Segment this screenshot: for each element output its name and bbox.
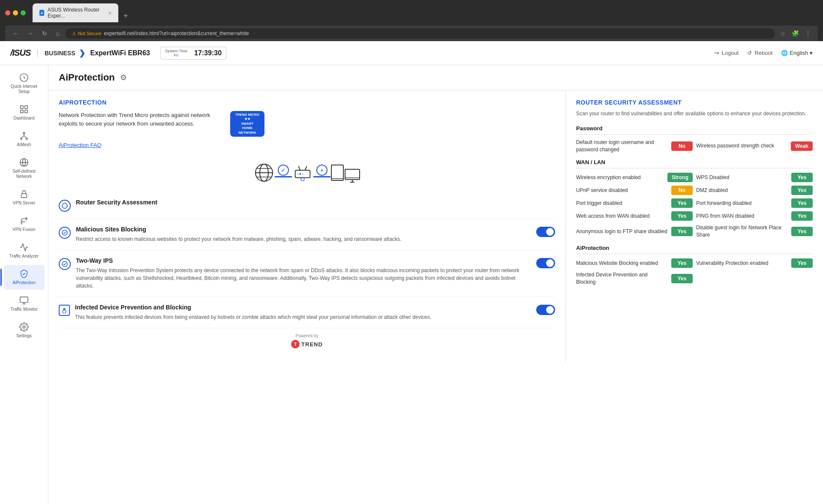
sidebar-item-traffic-monitor[interactable]: Traffic Monitor bbox=[4, 291, 45, 316]
sidebar-item-aiprotection[interactable]: AiProtection bbox=[4, 265, 45, 290]
reboot-button[interactable]: ↺ Reboot bbox=[747, 50, 772, 56]
asus-logo: /ISUS bbox=[10, 48, 30, 58]
sidebar: Quick Internet Setup Dashboard AiMesh Se… bbox=[0, 65, 48, 504]
home-button[interactable]: ⌂ bbox=[53, 28, 62, 39]
app-header: /ISUS | BUSINESS ❯ ExpertWiFi EBR63 Syst… bbox=[0, 41, 823, 65]
back-button[interactable]: ← bbox=[10, 28, 21, 39]
sidebar-item-dashboard[interactable]: Dashboard bbox=[4, 100, 45, 125]
logout-label: Logout bbox=[722, 50, 739, 56]
malicious-sites-title: Malicious Sites Blocking bbox=[76, 226, 531, 233]
menu-icon[interactable]: ⋮ bbox=[803, 28, 813, 39]
sidebar-label-traffic-analyzer: Traffic Analyzer bbox=[9, 254, 39, 259]
protection-diagram: ✓ bbox=[59, 153, 555, 192]
sidebar-item-quick-internet-setup[interactable]: Quick Internet Setup bbox=[4, 69, 45, 99]
diagram-globe bbox=[253, 162, 275, 183]
extensions-icon[interactable]: 🧩 bbox=[790, 28, 801, 39]
bookmark-icon[interactable]: ☆ bbox=[778, 28, 787, 39]
sidebar-item-settings[interactable]: Settings bbox=[4, 318, 45, 343]
two-way-ips-feature-content: Two-Way IPS The Two-Way Intrusion Preven… bbox=[76, 257, 531, 290]
two-way-ips-toggle[interactable] bbox=[536, 258, 555, 268]
sidebar-item-vpn-server[interactable]: VPN Server bbox=[4, 185, 45, 210]
reload-button[interactable]: ↻ bbox=[39, 28, 50, 39]
security-assessment-desc: Scan your router to find vulnerabilities… bbox=[576, 110, 813, 117]
port-trigger-label: Port trigger disabled bbox=[576, 200, 668, 207]
trend-micro-logo-text: TREND MICRO★★SMARTHOMENETWORK bbox=[235, 113, 259, 135]
line-2 bbox=[313, 176, 330, 177]
diagram-connector-1: ✓ bbox=[275, 170, 292, 176]
svg-point-24 bbox=[299, 173, 301, 175]
address-text: expertwifi.net/index.html?url=aiprotecti… bbox=[104, 30, 249, 36]
feature-two-way-ips: Two-Way IPS The Two-Way Intrusion Preven… bbox=[59, 250, 555, 297]
malicious-sites-toggle[interactable] bbox=[536, 227, 555, 237]
svg-point-13 bbox=[23, 326, 25, 328]
guest-login-label: Disable guest login for Network Place Sh… bbox=[696, 224, 788, 239]
feature-router-security: Router Security Assessment bbox=[59, 192, 555, 219]
router-security-feature-content: Router Security Assessment bbox=[76, 199, 555, 208]
sidebar-label-dashboard: Dashboard bbox=[14, 116, 35, 121]
minimize-window-button[interactable] bbox=[13, 10, 18, 15]
aiprotection-row-2: Infected Device Prevention and Blocking … bbox=[576, 271, 813, 286]
page-settings-icon[interactable]: ⚙ bbox=[120, 73, 127, 82]
svg-rect-10 bbox=[20, 297, 28, 303]
reboot-label: Reboot bbox=[754, 50, 772, 56]
malicious-sites-feature-icon bbox=[59, 227, 71, 239]
logout-icon: ↪ bbox=[715, 50, 719, 56]
aimesh-icon bbox=[19, 131, 29, 141]
business-label: BUSINESS bbox=[45, 50, 75, 57]
sidebar-label-traffic-monitor: Traffic Monitor bbox=[10, 307, 37, 312]
logo-area: /ISUS | BUSINESS ❯ ExpertWiFi EBR63 Syst… bbox=[10, 47, 715, 60]
powered-by: Powered by T TREND bbox=[59, 328, 555, 354]
traffic-monitor-icon bbox=[19, 296, 29, 305]
main-content: AiProtection ⚙ AIPROTECTION Network Prot… bbox=[48, 65, 823, 504]
fullscreen-window-button[interactable] bbox=[21, 10, 26, 15]
not-secure-indicator: ⚠ Not Secure bbox=[72, 31, 101, 36]
port-trigger-badge: Yes bbox=[671, 198, 693, 208]
vulnerability-label: Vulnerability Protection enabled bbox=[696, 260, 788, 267]
svg-point-7 bbox=[26, 138, 28, 140]
forward-button[interactable]: → bbox=[25, 28, 36, 39]
encryption-badge: Strong bbox=[667, 173, 693, 182]
trend-micro-logo: TREND MICRO★★SMARTHOMENETWORK bbox=[230, 111, 264, 137]
infected-prevention-label: Infected Device Prevention and Blocking bbox=[576, 271, 668, 286]
tab-close-button[interactable]: ✕ bbox=[108, 11, 111, 15]
faq-link[interactable]: AiProtection FAQ bbox=[59, 142, 555, 148]
address-bar[interactable]: ⚠ Not Secure expertwifi.net/index.html?u… bbox=[65, 28, 775, 39]
language-selector[interactable]: 🌐 English ▾ bbox=[781, 50, 813, 56]
sidebar-item-aimesh[interactable]: AiMesh bbox=[4, 127, 45, 152]
check-2: + bbox=[316, 165, 327, 176]
dmz-badge: Yes bbox=[791, 186, 813, 195]
close-window-button[interactable] bbox=[5, 10, 10, 15]
upnp-col: UPnP service disabled No bbox=[576, 186, 693, 195]
infected-device-toggle[interactable] bbox=[536, 305, 555, 315]
svg-point-26 bbox=[302, 173, 303, 175]
svg-point-25 bbox=[297, 173, 299, 175]
password-col-left: Default router login username and passwo… bbox=[576, 139, 693, 153]
logout-button[interactable]: ↪ Logout bbox=[715, 50, 739, 56]
sidebar-item-traffic-analyzer[interactable]: Traffic Analyzer bbox=[4, 238, 45, 263]
wan-lan-rows: Wireless encryption enabled Strong WPS D… bbox=[576, 173, 813, 239]
new-tab-button[interactable]: + bbox=[120, 10, 132, 22]
dmz-label: DMZ disabled bbox=[696, 187, 788, 194]
malicious-sites-desc: Restrict access to known malicious websi… bbox=[76, 235, 531, 243]
check-icon-2: + bbox=[320, 167, 324, 174]
default-login-badge: No bbox=[671, 141, 693, 151]
content-header: AiProtection ⚙ bbox=[48, 65, 823, 90]
router-diagram-icon bbox=[292, 162, 313, 183]
devices-diagram-icon bbox=[330, 162, 360, 183]
active-tab[interactable]: A ASUS Wireless Router Exper... ✕ bbox=[33, 3, 118, 22]
browser-chrome: A ASUS Wireless Router Exper... ✕ + ← → … bbox=[0, 0, 823, 41]
security-section-aiprotection: AiProtection Malicious Website Blocking … bbox=[576, 245, 813, 286]
sidebar-item-self-defined-network[interactable]: Self-defined Network bbox=[4, 153, 45, 183]
vulnerability-col: Vulnerability Protection enabled Yes bbox=[696, 258, 813, 268]
malicious-blocking-label: Malicious Website Blocking enabled bbox=[576, 260, 668, 267]
infected-prevention-col: Infected Device Prevention and Blocking … bbox=[576, 271, 693, 286]
web-access-col: Web access from WAN disabled Yes bbox=[576, 211, 693, 221]
encryption-col: Wireless encryption enabled Strong bbox=[576, 173, 693, 182]
infected-device-feature-icon bbox=[59, 305, 70, 316]
sidebar-item-vpn-fusion[interactable]: VPN Fusion bbox=[4, 212, 45, 237]
dmz-col: DMZ disabled Yes bbox=[696, 186, 813, 195]
trend-micro-icon-text: T bbox=[294, 342, 297, 347]
warning-icon: ⚠ bbox=[72, 31, 76, 36]
svg-line-21 bbox=[305, 166, 307, 171]
language-label: English bbox=[790, 50, 808, 56]
